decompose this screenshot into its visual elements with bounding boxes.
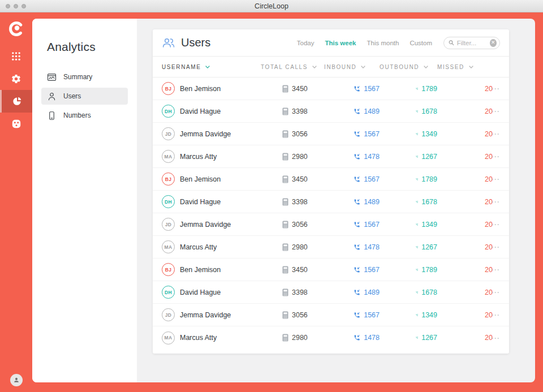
table-row[interactable]: JD Jemma Davidge 3056 1567 — [153, 304, 509, 326]
user-silhouette-icon — [12, 376, 20, 384]
table-row[interactable]: BJ Ben Jemison 3450 1567 — [153, 259, 509, 281]
circleloop-logo[interactable] — [0, 12, 32, 45]
chevron-down-icon — [312, 66, 317, 68]
inbound-cell: 1567 — [324, 130, 380, 138]
row-menu-icon[interactable]: ⋯ — [491, 334, 500, 342]
column-header-username[interactable]: Username — [162, 64, 261, 70]
outbound-cell: 1349 — [380, 311, 437, 319]
username: Jemma Davidge — [180, 221, 231, 229]
column-header-inbound[interactable]: Inbound — [324, 64, 380, 70]
table-row[interactable]: JD Jemma Davidge 3056 1567 — [153, 213, 509, 236]
inbound-call-icon — [354, 266, 360, 274]
row-menu-icon[interactable]: ⋯ — [491, 220, 500, 229]
avatar: JD — [162, 218, 175, 231]
dialpad-grid-icon — [11, 51, 21, 61]
column-header-outbound[interactable]: Outbound — [380, 64, 437, 70]
handset-device-icon — [282, 85, 288, 93]
row-menu-icon[interactable]: ⋯ — [491, 107, 500, 115]
avatar: JD — [162, 308, 175, 321]
tab-today[interactable]: Today — [297, 40, 314, 46]
users-icon — [162, 37, 175, 49]
app-window: CircleLoop — [0, 0, 543, 392]
rail-item-analytics[interactable] — [0, 90, 32, 113]
minimize-window-button[interactable] — [14, 4, 18, 8]
row-menu-icon[interactable]: ⋯ — [491, 265, 500, 274]
row-menu-icon[interactable]: ⋯ — [491, 84, 500, 93]
table-row[interactable]: MA Marcus Atty 2980 1478 — [153, 145, 509, 168]
handset-device-icon — [282, 107, 288, 115]
username: Jemma Davidge — [180, 311, 231, 319]
rail-item-dialpad[interactable] — [0, 45, 32, 67]
chevron-down-icon — [361, 66, 365, 68]
inbound-call-icon — [354, 107, 360, 115]
table-row[interactable]: BJ Ben Jemison 3450 1567 — [153, 168, 509, 191]
sidebar-item-summary[interactable]: Summary — [41, 68, 128, 85]
missed-cell: 20 — [437, 243, 487, 251]
card-header: Users Today This week This month Custom — [153, 29, 509, 57]
avatar: DH — [162, 286, 175, 299]
username: David Hague — [180, 288, 221, 296]
missed-cell: 20 — [437, 311, 487, 319]
tab-custom[interactable]: Custom — [410, 40, 432, 46]
filter-input[interactable] — [457, 40, 490, 46]
outbound-cell: 1789 — [380, 85, 437, 93]
column-header-total-calls[interactable]: Total calls — [261, 64, 324, 70]
row-menu-icon[interactable]: ⋯ — [491, 288, 500, 296]
username: Marcus Atty — [180, 243, 217, 251]
inbound-cell: 1567 — [324, 221, 380, 229]
avatar: MA — [162, 240, 175, 253]
handset-device-icon — [282, 221, 288, 229]
row-menu-icon[interactable]: ⋯ — [491, 130, 500, 138]
inbound-call-icon — [354, 153, 360, 161]
handset-device-icon — [282, 243, 288, 251]
handset-device-icon — [282, 334, 288, 342]
window-controls[interactable] — [6, 4, 26, 8]
outbound-call-icon — [416, 334, 418, 342]
table-row[interactable]: JD Jemma Davidge 3056 1567 — [153, 123, 509, 145]
avatar: BJ — [162, 173, 175, 186]
tab-this-month[interactable]: This month — [367, 40, 399, 46]
username: Ben Jemison — [180, 266, 221, 274]
rail-user-avatar[interactable] — [0, 374, 32, 386]
sidebar-item-label: Numbers — [63, 111, 91, 119]
clear-filter-icon[interactable]: ✕ — [490, 39, 497, 47]
username: David Hague — [180, 107, 221, 115]
settings-gear-icon — [11, 74, 21, 84]
sidebar-item-numbers[interactable]: Numbers — [41, 107, 128, 124]
rail-item-apps[interactable] — [0, 113, 32, 135]
total-calls-cell: 2980 — [261, 334, 324, 342]
row-menu-icon[interactable]: ⋯ — [491, 311, 500, 319]
username: Ben Jemison — [180, 175, 221, 183]
close-window-button[interactable] — [6, 4, 10, 8]
outbound-call-icon — [416, 130, 418, 138]
avatar: DH — [162, 195, 175, 208]
phone-icon — [47, 111, 57, 120]
avatar: JD — [162, 127, 175, 140]
filter-box[interactable]: ✕ — [443, 37, 500, 49]
username: Marcus Atty — [180, 334, 217, 342]
table-row[interactable]: DH David Hague 3398 1489 — [153, 100, 509, 123]
inbound-call-icon — [354, 311, 360, 319]
row-menu-icon[interactable]: ⋯ — [491, 152, 500, 161]
tab-this-week[interactable]: This week — [325, 40, 356, 46]
total-calls-cell: 3056 — [261, 221, 324, 229]
row-menu-icon[interactable]: ⋯ — [491, 243, 500, 251]
handset-device-icon — [282, 175, 288, 183]
rail-item-settings[interactable] — [0, 67, 32, 90]
handset-device-icon — [282, 266, 288, 274]
zoom-window-button[interactable] — [21, 4, 26, 8]
date-range-tabs: Today This week This month Custom — [297, 40, 432, 46]
row-menu-icon[interactable]: ⋯ — [491, 175, 500, 183]
table-row[interactable]: DH David Hague 3398 1489 — [153, 191, 509, 213]
table-row[interactable]: MA Marcus Atty 2980 1478 — [153, 326, 509, 349]
table-header: Username Total calls Inbound Outbou — [153, 57, 509, 77]
row-menu-icon[interactable]: ⋯ — [491, 197, 500, 206]
inbound-cell: 1567 — [324, 85, 380, 93]
analytics-pie-icon — [11, 96, 23, 107]
table-row[interactable]: MA Marcus Atty 2980 1478 — [153, 236, 509, 259]
sidebar-item-users[interactable]: Users — [41, 88, 128, 105]
table-row[interactable]: DH David Hague 3398 1489 — [153, 281, 509, 304]
column-header-missed[interactable]: Missed — [437, 64, 487, 70]
table-row[interactable]: BJ Ben Jemison 3450 1567 — [153, 77, 509, 100]
apps-dice-icon — [11, 119, 21, 129]
